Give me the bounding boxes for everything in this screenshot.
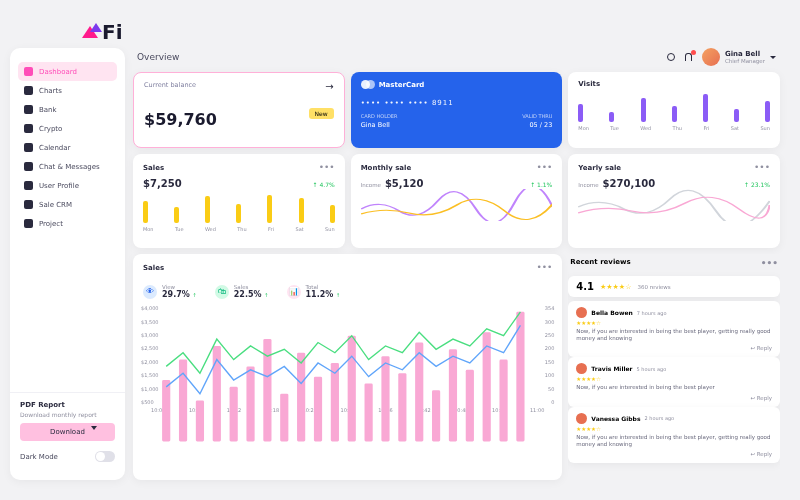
yearly-title: Yearly sale	[578, 164, 621, 172]
nav-label: Dashboard	[39, 68, 77, 76]
svg-rect-9	[314, 377, 322, 442]
nav-list: DashboardChartsBankCryptoCalendarChat & …	[10, 58, 125, 392]
review-time: 5 hours ago	[637, 366, 667, 372]
balance-card: Current balance → $59,760 New	[133, 72, 345, 148]
yearly-value: $270,100	[603, 178, 656, 189]
review-stars: ★★★★☆	[576, 320, 772, 326]
sales-menu-button[interactable]: •••	[319, 162, 335, 172]
reply-button[interactable]: ↩ Reply	[576, 451, 772, 457]
notifications-button[interactable]	[684, 52, 694, 62]
page-title: Overview	[137, 52, 179, 62]
sales-pct: 4.7%	[312, 181, 334, 188]
monthly-sparkline	[361, 189, 553, 221]
credit-card: MasterCard •••• •••• •••• 8911 CARD HOLD…	[351, 72, 563, 148]
nav-label: Charts	[39, 87, 62, 95]
svg-rect-11	[348, 336, 356, 442]
gear-icon	[667, 53, 675, 61]
dark-mode-label: Dark Mode	[20, 453, 58, 461]
nav-icon	[24, 86, 33, 95]
user-menu[interactable]: Gina Bell Chief Manager	[702, 48, 776, 66]
sidebar-item-crypto[interactable]: Crypto	[18, 119, 117, 138]
nav-icon	[24, 200, 33, 209]
chevron-down-icon	[770, 56, 776, 59]
bar	[143, 201, 148, 223]
review-text: Now, if you are interested in being the …	[576, 328, 772, 342]
logo-mark-icon	[82, 26, 98, 38]
nav-label: Chat & Messages	[39, 163, 100, 171]
balance-arrow-button[interactable]: →	[325, 81, 333, 92]
card-valid-label: VALID THRU	[522, 113, 552, 119]
bar	[267, 195, 272, 223]
nav-label: Bank	[39, 106, 57, 114]
svg-rect-7	[280, 394, 288, 442]
nav-icon	[24, 219, 33, 228]
dark-mode-toggle[interactable]	[95, 451, 115, 462]
svg-rect-1	[179, 360, 187, 442]
svg-rect-13	[381, 356, 389, 441]
big-sales-chart-card: Sales••• 👁View29.7% ↑🛍Sales22.5% ↑📊Total…	[133, 254, 562, 480]
nav-label: Calendar	[39, 144, 70, 152]
monthly-value: $5,120	[385, 178, 424, 189]
sales-title: Sales	[143, 164, 164, 172]
svg-rect-2	[196, 401, 204, 442]
card-brand: MasterCard	[379, 81, 425, 89]
bar	[330, 205, 335, 222]
user-role: Chief Manager	[725, 58, 765, 64]
visits-title: Visits	[578, 80, 770, 88]
yearly-menu-button[interactable]: •••	[754, 162, 770, 172]
svg-rect-20	[499, 360, 507, 442]
review-count: 360 reviews	[637, 284, 670, 290]
review-card: Vanessa Gibbs2 hours ago★★★★☆Now, if you…	[568, 407, 780, 463]
review-stars: ★★★★☆	[576, 376, 772, 382]
sidebar-item-chat-messages[interactable]: Chat & Messages	[18, 157, 117, 176]
reviewer-avatar	[576, 307, 587, 318]
sidebar-item-dashboard[interactable]: Dashboard	[18, 62, 117, 81]
metric-view: 👁View29.7% ↑	[143, 284, 197, 299]
svg-rect-10	[331, 363, 339, 441]
mastercard-icon	[361, 80, 375, 89]
sidebar-item-bank[interactable]: Bank	[18, 100, 117, 119]
reviews-panel: Recent reviews••• 4.1 ★★★★☆ 360 reviews …	[568, 254, 780, 480]
svg-rect-18	[466, 370, 474, 442]
big-chart-title: Sales	[143, 264, 164, 272]
main-content: Overview Gina Bell Chief Manager Curre	[133, 48, 780, 480]
bar	[765, 101, 770, 122]
settings-button[interactable]	[666, 52, 676, 62]
bar	[672, 106, 677, 122]
nav-icon	[24, 105, 33, 114]
svg-rect-16	[432, 390, 440, 441]
monthly-label: Income	[361, 182, 381, 188]
yearly-pct: 23.1%	[744, 181, 770, 188]
metric-icon: 📊	[287, 285, 301, 299]
monthly-menu-button[interactable]: •••	[536, 162, 552, 172]
reply-button[interactable]: ↩ Reply	[576, 345, 772, 351]
reviews-title: Recent reviews	[570, 258, 630, 268]
sidebar-item-sale-crm[interactable]: Sale CRM	[18, 195, 117, 214]
review-text: Now, if you are interested in being the …	[576, 384, 772, 391]
user-name: Gina Bell	[725, 50, 765, 58]
sidebar-item-user-profile[interactable]: User Profile	[18, 176, 117, 195]
sidebar-item-calendar[interactable]: Calendar	[18, 138, 117, 157]
sidebar-item-charts[interactable]: Charts	[18, 81, 117, 100]
review-stars: ★★★★☆	[576, 426, 772, 432]
yearly-sale-card: Yearly sale••• Income$270,10023.1%	[568, 154, 780, 249]
yearly-sparkline	[578, 189, 770, 221]
sidebar-item-project[interactable]: Project	[18, 214, 117, 233]
nav-icon	[24, 181, 33, 190]
reply-button[interactable]: ↩ Reply	[576, 395, 772, 401]
combo-chart: $4,000$3,500$3,000$2,500$2,000$1,500$1,0…	[143, 305, 552, 405]
rating-summary: 4.1 ★★★★☆ 360 reviews	[568, 276, 780, 297]
svg-rect-17	[449, 349, 457, 441]
avatar	[702, 48, 720, 66]
download-button[interactable]: Download	[20, 423, 115, 441]
reviews-menu-button[interactable]: •••	[761, 258, 778, 268]
bar	[205, 196, 210, 222]
nav-icon	[24, 67, 33, 76]
reviewer-avatar	[576, 413, 587, 424]
card-number: •••• •••• •••• 8911	[361, 99, 553, 107]
pdf-report-subtitle: Download monthly report	[20, 411, 115, 418]
brand-logo: Fi	[82, 20, 123, 44]
big-chart-menu-button[interactable]: •••	[536, 262, 552, 272]
card-holder: Gina Bell	[361, 121, 390, 129]
review-card: Bella Bowen7 hours ago★★★★☆Now, if you a…	[568, 301, 780, 357]
